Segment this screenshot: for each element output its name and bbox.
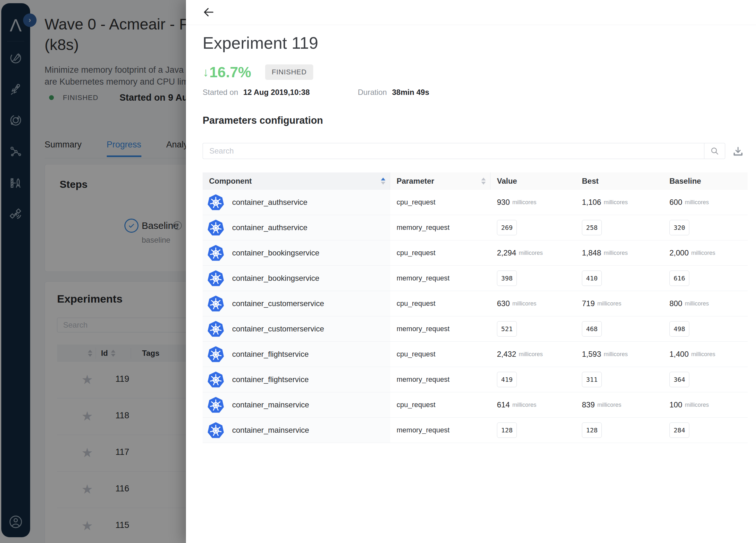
back-button[interactable] <box>201 5 215 19</box>
component-name: container_bookingservice <box>232 274 319 283</box>
value: 2,432 <box>497 350 516 359</box>
component-column-header[interactable]: Component <box>203 172 390 190</box>
started-label: Started on <box>203 88 238 97</box>
table-row: container_mainservice cpu_request 614mil… <box>203 392 748 418</box>
best: 1,106 <box>582 198 601 207</box>
best: 839 <box>582 400 595 409</box>
started-value: 12 Aug 2019,10:38 <box>243 88 310 97</box>
best: 1,593 <box>582 350 601 359</box>
best-column-header: Best <box>575 172 663 190</box>
panel-topbar <box>186 0 756 25</box>
kubernetes-icon <box>207 422 224 439</box>
parameter-column-header[interactable]: Parameter <box>390 172 491 190</box>
best: 1,848 <box>582 248 601 257</box>
experiment-detail-panel: Experiment 119 ↓16.7% FINISHED Started o… <box>186 0 756 543</box>
value-unit: millicores <box>512 199 536 206</box>
sort-icon[interactable] <box>481 178 486 185</box>
value: 521 <box>497 321 517 337</box>
component-name: container_mainservice <box>232 426 309 435</box>
parameter-name: memory_request <box>390 266 491 291</box>
parameter-name: cpu_request <box>390 291 491 316</box>
table-row: container_customerservice memory_request… <box>203 316 748 342</box>
arrow-down-icon: ↓ <box>203 65 209 79</box>
table-row: container_authservice memory_request 269… <box>203 215 748 240</box>
duration-label: Duration <box>358 88 387 97</box>
component-name: container_customerservice <box>232 299 324 308</box>
kubernetes-icon <box>207 270 224 287</box>
best: 128 <box>582 422 602 438</box>
component-name: container_bookingservice <box>232 248 319 257</box>
kubernetes-icon <box>207 346 224 363</box>
download-icon[interactable] <box>731 145 745 159</box>
parameter-name: memory_request <box>390 367 491 392</box>
baseline: 498 <box>669 321 689 337</box>
experiment-title: Experiment 119 <box>203 33 318 53</box>
kubernetes-icon <box>207 295 224 312</box>
component-name: container_mainservice <box>232 400 309 409</box>
parameters-table: Component Parameter Value Best Baseline … <box>203 172 748 443</box>
baseline: 616 <box>669 271 689 286</box>
baseline-unit: millicores <box>685 199 709 206</box>
parameter-name: cpu_request <box>390 342 491 367</box>
best: 311 <box>582 372 602 387</box>
kubernetes-icon <box>207 396 224 414</box>
baseline: 800 <box>669 299 682 308</box>
baseline: 1,400 <box>669 350 689 359</box>
table-row: container_bookingservice cpu_request 2,2… <box>203 240 748 266</box>
parameter-name: memory_request <box>390 215 491 240</box>
status-badge: FINISHED <box>265 64 313 80</box>
value: 398 <box>497 271 517 286</box>
component-name: container_flightservice <box>232 375 309 384</box>
component-name: container_customerservice <box>232 324 324 333</box>
best: 719 <box>582 299 595 308</box>
table-row: container_customerservice cpu_request 63… <box>203 291 748 316</box>
parameters-search-group <box>203 143 725 159</box>
parameter-name: cpu_request <box>390 190 491 215</box>
experiment-meta: Started on 12 Aug 2019,10:38 Duration 38… <box>203 88 429 97</box>
value: 128 <box>497 422 517 438</box>
value-column-header: Value <box>491 172 575 190</box>
best: 410 <box>582 271 602 286</box>
best: 468 <box>582 321 602 337</box>
best: 258 <box>582 220 602 235</box>
baseline-column-header: Baseline <box>663 172 748 190</box>
kubernetes-icon <box>207 194 224 211</box>
goal-improvement: ↓16.7% <box>203 63 251 81</box>
component-name: container_flightservice <box>232 350 309 359</box>
parameters-search-input[interactable] <box>203 143 704 159</box>
value: 2,294 <box>497 248 516 257</box>
kubernetes-icon <box>207 219 224 236</box>
value: 630 <box>497 299 510 308</box>
sort-icon-asc-active[interactable] <box>381 178 385 185</box>
parameter-name: memory_request <box>390 316 491 341</box>
baseline: 2,000 <box>669 248 689 257</box>
kubernetes-icon <box>207 371 224 388</box>
table-row: container_flightservice cpu_request 2,43… <box>203 342 748 367</box>
baseline: 364 <box>669 372 689 387</box>
duration-value: 38min 49s <box>392 88 429 97</box>
kubernetes-icon <box>207 244 224 262</box>
table-row: container_authservice cpu_request 930mil… <box>203 190 748 215</box>
table-row: container_bookingservice memory_request … <box>203 266 748 291</box>
parameter-name: cpu_request <box>390 392 491 417</box>
value: 269 <box>497 220 517 235</box>
parameters-table-header: Component Parameter Value Best Baseline <box>203 172 748 190</box>
best-unit: millicores <box>604 199 628 206</box>
value: 614 <box>497 400 510 409</box>
component-name: container_authservice <box>232 198 307 207</box>
baseline: 320 <box>669 220 689 235</box>
value: 930 <box>497 198 510 207</box>
component-name: container_authservice <box>232 223 307 232</box>
value: 419 <box>497 372 517 387</box>
parameters-section-title: Parameters configuration <box>203 115 323 126</box>
kubernetes-icon <box>207 320 224 338</box>
search-button[interactable] <box>704 143 725 159</box>
baseline: 100 <box>669 400 682 409</box>
baseline: 284 <box>669 422 689 438</box>
table-row: container_flightservice memory_request 4… <box>203 367 748 392</box>
table-row: container_mainservice memory_request 128… <box>203 418 748 443</box>
parameter-name: cpu_request <box>390 240 491 265</box>
baseline: 600 <box>669 198 682 207</box>
parameter-name: memory_request <box>390 418 491 443</box>
